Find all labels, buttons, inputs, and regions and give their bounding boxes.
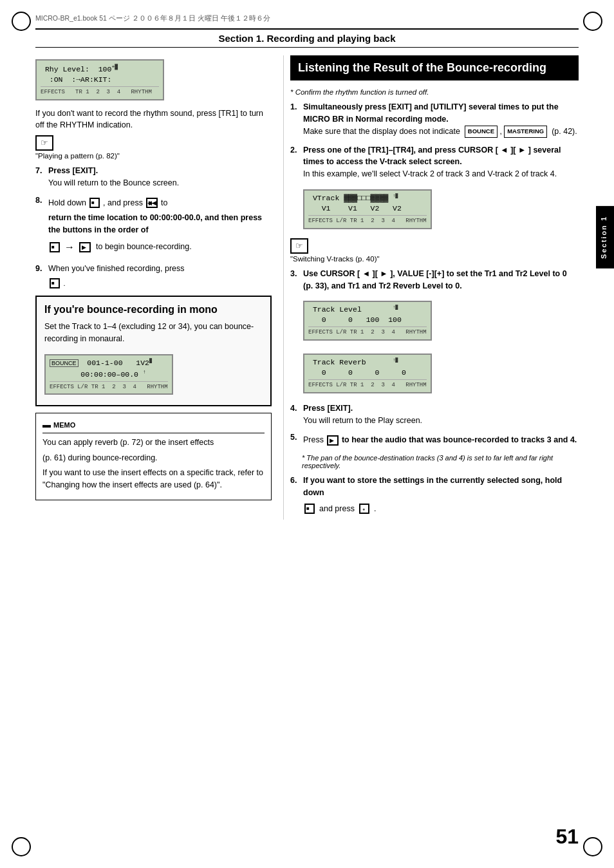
intro-text: If you don't want to record the rhythm s…: [35, 108, 272, 132]
r2-lcd-l1: VTrack ▓▓▓□□□▓▓▓▓ ↑▓: [308, 193, 427, 203]
lcd1-line1: Rhy Level: 100+▓: [41, 63, 159, 75]
memo-line-1: You can apply reverb (p. 72) or the inse…: [42, 437, 265, 449]
ref-icon-1: ☞: [35, 135, 272, 151]
step-r4-title: Press [EXIT].: [303, 404, 353, 413]
step-r4: 4. Press [EXIT]. You will return to the …: [290, 402, 579, 427]
step-r3-lcd2-wrap: Track Reverb ↑▓ 0 0 0 0 EFFECTS L/R TR 1…: [303, 350, 579, 397]
step-r2: 2. Press one of the [TR1]–[TR4], and pre…: [290, 144, 579, 233]
corner-bl: [12, 837, 31, 856]
memo-line-2: (p. 61) during bounce-recording.: [42, 452, 265, 464]
file-info: MICRO-BR_e1.book 51 ページ ２００６年８月１日 火曜日 午後…: [35, 14, 270, 22]
step-r2-lcd-wrap: VTrack ▓▓▓□□□▓▓▓▓ ↑▓ V1 V1 V2 V2 EFFECTS…: [303, 185, 579, 233]
stop-button-9: [50, 278, 60, 288]
step8-number: 8.: [35, 194, 48, 258]
step-9: 9. When you've finished recording, press…: [35, 263, 272, 290]
section-heading-box: Listening the Result of the Bounce-recor…: [290, 55, 579, 80]
step-r6: 6. If you want to store the settings in …: [290, 475, 579, 514]
step-r2-title: Press one of the [TR1]–[TR4], and press …: [303, 146, 561, 167]
corner-tl: [12, 12, 31, 31]
step-r1-number: 1.: [290, 101, 303, 137]
bounce-mono-lcd-l3: EFFECTS L/R TR 1 2 3 4 RHYTHM: [50, 381, 168, 392]
step9-content: When you've finished recording, press .: [48, 263, 272, 290]
step9-button-row: .: [48, 278, 272, 290]
step-r6-and-press: and press: [319, 503, 355, 515]
r3-lcd1-l3: EFFECTS L/R TR 1 2 3 4 RHYTHM: [308, 326, 427, 337]
step8-mid: , and press: [103, 197, 143, 209]
step-r1-body: Make sure that the display does not indi…: [303, 127, 460, 136]
step-r6-content: If you want to store the settings in the…: [303, 475, 579, 514]
step-r6-period: .: [374, 503, 376, 515]
step8-post: to: [161, 197, 167, 209]
step-r2-body: In this example, we'll select V-track 2 …: [303, 169, 557, 178]
badge-bounce: BOUNCE: [465, 126, 498, 137]
step8-pre: Hold down: [48, 197, 86, 209]
section-tab: Section 1: [596, 206, 614, 269]
step-r5-bold: to hear the audio that was bounce-record…: [342, 434, 577, 446]
step-r3-lcd2: Track Reverb ↑▓ 0 0 0 0 EFFECTS L/R TR 1…: [303, 354, 432, 393]
bounce-mono-lcd-l2: 00:00:00–00.0 ↑: [50, 368, 168, 380]
step-r2-content: Press one of the [TR1]–[TR4], and press …: [303, 144, 579, 233]
r3-lcd2-l1: Track Reverb ↑▓: [308, 357, 427, 368]
step8-hold-row: Hold down , and press ◀◀ to: [48, 197, 272, 209]
step-r5-number: 5.: [290, 431, 303, 449]
r3-lcd2-l3: EFFECTS L/R TR 1 2 3 4 RHYTHM: [308, 379, 427, 390]
ref-icon-2: ☞: [290, 238, 579, 254]
step-r1-page: (p. 42).: [552, 127, 577, 136]
bounce-mono-body: Set the Track to 1–4 (excluding 12 or 34…: [44, 321, 263, 345]
hold-btn-6: [304, 504, 315, 514]
step-r2-number: 2.: [290, 144, 303, 233]
step7-title: Press [EXIT].: [48, 166, 98, 175]
bounce-mono-title: If you're bounce-recording in mono: [44, 303, 263, 317]
play-button-arrow: [79, 242, 91, 252]
step-r4-content: Press [EXIT]. You will return to the Pla…: [303, 402, 579, 427]
header: MICRO-BR_e1.book 51 ページ ２００６年８月１日 火曜日 午後…: [0, 0, 614, 23]
ref-text-1: "Playing a pattern (p. 82)": [35, 152, 272, 160]
step8-content: Hold down , and press ◀◀ to return the t…: [48, 194, 272, 258]
step-8: 8. Hold down , and press ◀◀ to return th…: [35, 194, 272, 258]
step-r5: 5. Press to hear the audio that was boun…: [290, 431, 579, 449]
corner-br: [583, 837, 602, 856]
r3-lcd1-l1: Track Level ↑▓: [308, 305, 427, 315]
bounce-mono-box: If you're bounce-recording in mono Set t…: [35, 296, 272, 406]
step-r3-content: Use CURSOR [ ◄ ][ ► ], VALUE [-][+] to s…: [303, 268, 579, 397]
asterisk-note-2: * The pan of the bounce-destination trac…: [302, 454, 579, 469]
step-r5-row: Press to hear the audio that was bounce-…: [303, 434, 579, 446]
corner-tr: [583, 12, 602, 31]
step-r3-title: Use CURSOR [ ◄ ][ ► ], VALUE [-][+] to s…: [303, 269, 567, 290]
step9-period: .: [63, 279, 65, 287]
press-btn-6: ●: [359, 504, 369, 514]
bounce-mono-lcd-l1: BOUNCE 001-1-00 1V2▓: [50, 358, 168, 368]
r3-lcd2-l2: 0 0 0 0: [308, 368, 427, 378]
step7-content: Press [EXIT]. You will return to the Bou…: [48, 165, 272, 189]
content-area: Rhy Level: 100+▓ :ON :→AR:KIT: EFFECTS T…: [0, 55, 614, 520]
step-r4-body: You will return to the Play screen.: [303, 416, 422, 425]
lcd1-line3: EFFECTS TR 1 2 3 4 RHYTHM: [41, 86, 159, 97]
step-r6-button-row: and press ● .: [303, 503, 579, 515]
rewind-button: ◀◀: [146, 198, 158, 208]
step-7: 7. Press [EXIT]. You will return to the …: [35, 165, 272, 189]
ref-text-2: "Switching V-tracks (p. 40)": [290, 255, 579, 263]
step-r3-lcd1-wrap: Track Level ↑▓ 0 0 100 100 EFFECTS L/R T…: [303, 297, 579, 344]
step-r6-title: If you want to store the settings in the…: [303, 476, 562, 497]
step-r3: 3. Use CURSOR [ ◄ ][ ► ], VALUE [-][+] t…: [290, 268, 579, 397]
memo-box: ▬ MEMO You can apply reverb (p. 72) or t…: [35, 413, 272, 500]
lcd1-line2: :ON :→AR:KIT:: [41, 75, 159, 85]
section-heading-text: Listening the Result of the Bounce-recor…: [298, 61, 546, 74]
step9-number: 9.: [35, 263, 48, 290]
bounce-mono-lcd-wrap: BOUNCE 001-1-00 1V2▓ 00:00:00–00.0 ↑ EFF…: [44, 350, 263, 399]
r3-lcd1-l2: 0 0 100 100: [308, 315, 427, 325]
memo-line-3: If you want to use the insert effects on…: [42, 467, 265, 491]
step-r4-number: 4.: [290, 402, 303, 427]
step-r1-content: Simultaneously press [EXIT] and [UTILITY…: [303, 101, 579, 137]
step-r1: 1. Simultaneously press [EXIT] and [UTIL…: [290, 101, 579, 137]
step-r3-number: 3.: [290, 268, 303, 397]
step9-text: When you've finished recording, press: [48, 264, 185, 273]
page-number: 51: [555, 825, 579, 849]
step-r3-lcd1: Track Level ↑▓ 0 0 100 100 EFFECTS L/R T…: [303, 301, 432, 341]
arrow-sym: →: [64, 240, 75, 255]
section-title: Section 1. Recording and playing back: [35, 28, 579, 48]
memo-title: ▬ MEMO: [42, 419, 265, 433]
lcd-display-1: Rhy Level: 100+▓ :ON :→AR:KIT: EFFECTS T…: [35, 59, 164, 100]
record-button-arrow: [50, 242, 60, 252]
play-btn-5: [327, 435, 339, 446]
